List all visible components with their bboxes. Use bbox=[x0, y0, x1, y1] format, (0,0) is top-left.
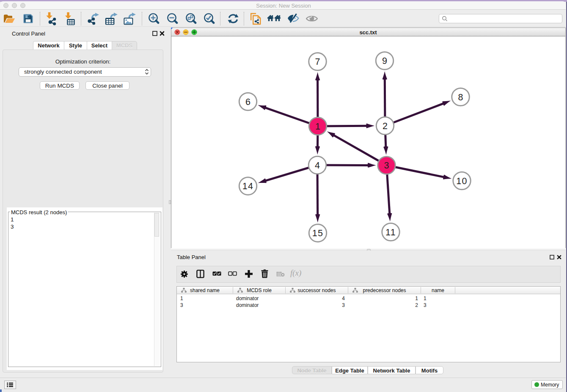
svg-text:3: 3 bbox=[384, 160, 389, 171]
svg-text:2: 2 bbox=[383, 121, 388, 131]
svg-text:8: 8 bbox=[458, 92, 463, 102]
svg-text:7: 7 bbox=[315, 57, 320, 67]
svg-text:11: 11 bbox=[385, 227, 396, 237]
svg-text:1: 1 bbox=[315, 121, 320, 132]
svg-text:10: 10 bbox=[456, 176, 468, 186]
svg-text:14: 14 bbox=[242, 181, 254, 191]
svg-text:6: 6 bbox=[245, 97, 250, 107]
svg-text:15: 15 bbox=[312, 228, 324, 238]
svg-text:9: 9 bbox=[382, 56, 387, 66]
svg-text:4: 4 bbox=[315, 160, 320, 171]
